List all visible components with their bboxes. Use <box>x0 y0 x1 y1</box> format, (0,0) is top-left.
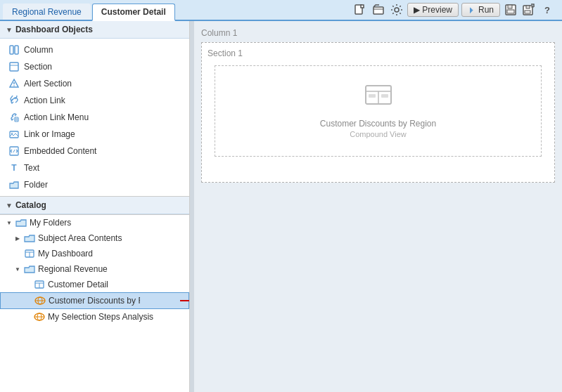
link-or-image-icon <box>8 129 20 140</box>
section-label: Section 1 <box>207 48 549 58</box>
catalog-tree: ▼ My Folders ▶ Subject Area Contents <box>0 215 189 369</box>
svg-rect-6 <box>507 10 514 13</box>
dash-item-section[interactable]: Section <box>0 58 189 75</box>
selection-steps-expand: ▶ <box>24 314 31 320</box>
help-icon[interactable]: ? <box>539 2 555 18</box>
tab-regional-revenue[interactable]: Regional Revenue <box>3 4 91 20</box>
folder-icon-dash <box>8 179 20 190</box>
dash-item-column-label: Column <box>24 45 53 55</box>
open-icon[interactable] <box>371 2 386 18</box>
customer-detail-expand: ▶ <box>24 282 31 288</box>
column-label: Column 1 <box>201 28 555 38</box>
compound-view-placeholder: Customer Discounts by Region Compound Vi… <box>215 65 542 157</box>
dashboard-objects-title: Dashboard Objects <box>15 25 93 34</box>
dash-item-alert-section[interactable]: Alert Section <box>0 75 189 92</box>
dash-item-action-link-menu-label: Action Link Menu <box>24 112 89 122</box>
tab-bar: Regional Revenue Customer Detail ▶ Previ… <box>0 0 562 21</box>
dash-item-link-image-label: Link or Image <box>24 129 75 139</box>
dash-item-action-link[interactable]: Action Link <box>0 92 189 109</box>
svg-rect-5 <box>508 5 512 8</box>
preview-button[interactable]: ▶ Preview <box>407 3 459 17</box>
report-sub: Compound View <box>350 130 407 138</box>
action-link-menu-icon <box>8 112 20 123</box>
tree-item-selection-steps[interactable]: ▶ My Selection Steps Analysis <box>0 309 189 325</box>
save-button[interactable] <box>503 2 518 18</box>
customer-discounts-expand: ▶ <box>25 298 32 304</box>
alert-section-icon <box>8 78 20 89</box>
svg-rect-40 <box>369 94 376 98</box>
svg-rect-16 <box>15 117 18 122</box>
my-dashboard-icon <box>24 248 35 259</box>
my-dashboard-label: My Dashboard <box>38 249 93 259</box>
tree-item-subject-area[interactable]: ▶ Subject Area Contents <box>0 230 189 246</box>
subject-area-label: Subject Area Contents <box>38 233 122 243</box>
dash-item-embedded-label: Embedded Content <box>24 146 96 156</box>
catalog-bottom: ▼ My Folders ▶ Subject Area Contents <box>0 214 189 369</box>
svg-rect-8 <box>526 6 530 8</box>
tree-item-regional-revenue[interactable]: ▼ Regional Revenue <box>0 261 189 277</box>
customer-detail-label: Customer Detail <box>48 280 108 289</box>
dashboard-objects-arrow: ▼ <box>6 26 13 34</box>
new-icon[interactable] <box>352 2 368 18</box>
regional-revenue-label: Regional Revenue <box>38 264 108 274</box>
customer-discounts-icon <box>34 295 46 306</box>
dash-item-action-link-menu[interactable]: Action Link Menu <box>0 109 189 126</box>
dash-item-section-label: Section <box>24 62 52 72</box>
dashboard-objects-list: Column Section Alert Section Action Link <box>0 39 189 196</box>
customer-discounts-label: Customer Discounts by Reg <box>49 296 140 306</box>
my-dashboard-expand: ▶ <box>14 251 21 257</box>
dash-item-text-label: Text <box>24 163 39 173</box>
dash-item-alert-label: Alert Section <box>24 79 72 89</box>
subject-area-expand[interactable]: ▶ <box>14 235 21 242</box>
tab-customer-detail[interactable]: Customer Detail <box>92 4 175 21</box>
svg-point-3 <box>395 8 399 12</box>
dash-item-embedded-content[interactable]: Embedded Content <box>0 143 189 159</box>
settings-icon[interactable] <box>389 2 404 18</box>
svg-rect-11 <box>15 46 18 54</box>
svg-rect-1 <box>361 5 364 8</box>
svg-point-15 <box>13 85 15 86</box>
svg-rect-12 <box>10 63 18 71</box>
regional-revenue-expand[interactable]: ▼ <box>14 266 21 273</box>
column-icon <box>8 44 20 55</box>
save-as-button[interactable] <box>521 2 537 18</box>
report-title: Customer Discounts by Region <box>320 119 436 129</box>
dash-item-folder-label: Folder <box>24 180 48 190</box>
dash-item-action-link-label: Action Link <box>24 96 65 105</box>
my-folders-expand[interactable]: ▼ <box>6 220 13 226</box>
canvas-panel: Column 1 Section 1 Customer Discounts by… <box>194 21 562 392</box>
tree-item-customer-discounts[interactable]: ▶ Customer Discounts by Reg <box>0 292 189 309</box>
svg-rect-10 <box>10 46 13 54</box>
subject-area-icon <box>24 233 35 244</box>
regional-revenue-folder-icon <box>24 263 35 275</box>
run-button[interactable]: ⏵ Run <box>461 3 500 17</box>
embedded-content-icon <box>8 145 20 157</box>
tree-item-customer-detail[interactable]: ▶ Customer Detail <box>0 277 189 292</box>
run-icon: ⏵ <box>468 5 476 15</box>
dash-item-folder[interactable]: Folder <box>0 176 189 193</box>
tree-item-my-dashboard[interactable]: ▶ My Dashboard <box>0 246 189 261</box>
customer-detail-icon <box>34 279 45 290</box>
action-link-icon <box>8 95 20 106</box>
svg-line-22 <box>13 150 15 152</box>
dash-item-link-or-image[interactable]: Link or Image <box>0 126 189 143</box>
preview-icon: ▶ <box>414 5 420 15</box>
compound-view-icon <box>364 84 392 113</box>
catalog-title: Catalog <box>15 200 46 210</box>
left-panel: ▼ Dashboard Objects Column Section <box>0 21 190 392</box>
catalog-section: ▼ Catalog ▼ My Folders ▶ <box>0 196 189 369</box>
drag-arrow-indicator <box>180 294 189 307</box>
catalog-header[interactable]: ▼ Catalog <box>0 197 189 214</box>
catalog-arrow: ▼ <box>6 202 13 209</box>
svg-rect-9 <box>525 11 530 13</box>
text-icon: T <box>8 162 20 174</box>
main-layout: ▼ Dashboard Objects Column Section <box>0 21 562 392</box>
dash-item-text[interactable]: T Text <box>0 159 189 176</box>
dashboard-objects-header[interactable]: ▼ Dashboard Objects <box>0 21 189 39</box>
dash-item-column[interactable]: Column <box>0 41 189 58</box>
selection-steps-label: My Selection Steps Analysis <box>48 312 153 322</box>
selection-steps-icon <box>34 311 45 322</box>
my-folders-label: My Folders <box>30 218 71 228</box>
tree-item-my-folders[interactable]: ▼ My Folders <box>0 215 189 230</box>
section-box: Section 1 Customer Discounts by Region C… <box>201 42 555 183</box>
